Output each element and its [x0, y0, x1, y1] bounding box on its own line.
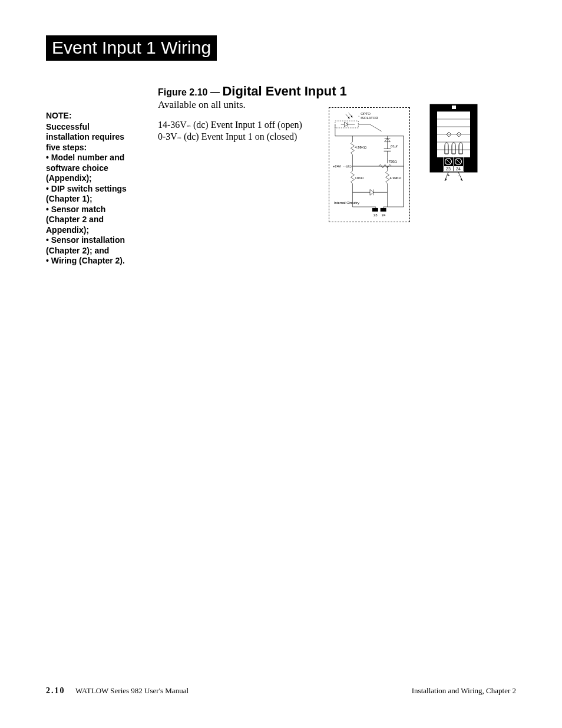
svg-text:+24V: +24V [333, 164, 341, 168]
note-intro: Successful installation requires five st… [46, 122, 134, 153]
svg-text:23: 23 [373, 213, 378, 217]
figure-title: Digital Event Input 1 [222, 84, 346, 98]
svg-marker-38 [370, 189, 373, 195]
svg-text:4.99KΩ: 4.99KΩ [389, 176, 401, 180]
svg-text:10KΩ: 10KΩ [355, 176, 364, 180]
note-item: • Wiring (Chapter 2). [46, 256, 134, 266]
svg-text:ISOLATOR: ISOLATOR [361, 116, 378, 120]
svg-text:4.99KΩ: 4.99KΩ [355, 146, 366, 149]
page-title: Event Input 1 Wiring [46, 35, 217, 61]
note-item: • Model number and software choice (Appe… [46, 153, 134, 184]
note-item: • Sensor match (Chapter 2 and Appendix); [46, 205, 134, 236]
svg-text:750Ω: 750Ω [389, 160, 398, 163]
voltage-specs: 14-36V⎓ (dc) Event Input 1 off (open) 0-… [158, 119, 302, 143]
availability-text: Available on all units. [158, 99, 246, 111]
svg-text:Internal Circuitry: Internal Circuitry [334, 201, 359, 205]
voltage-off: 14-36V⎓ (dc) Event Input 1 off (open) [158, 119, 302, 131]
svg-text:⎓: ⎓ [343, 165, 345, 168]
voltage-on: 0-3V⎓ (dc) Event Input 1 on (closed) [158, 131, 302, 143]
svg-text:24: 24 [456, 167, 461, 171]
svg-text:23: 23 [446, 167, 451, 171]
svg-rect-56 [452, 106, 456, 109]
svg-rect-47 [372, 208, 378, 212]
page-footer: 2.10 WATLOW Series 982 User's Manual Ins… [46, 686, 516, 696]
footer-left: 2.10 WATLOW Series 982 User's Manual [46, 686, 189, 696]
note-title: NOTE: [46, 111, 134, 121]
chapter-name: Installation and Wiring, Chapter 2 [412, 686, 516, 696]
terminal-block-diagram: 23 24 + - [427, 103, 480, 183]
svg-text:24: 24 [382, 213, 386, 217]
svg-marker-1 [345, 122, 348, 127]
svg-marker-8 [351, 115, 352, 117]
page-number: 2.10 [46, 686, 65, 695]
svg-marker-7 [348, 116, 350, 118]
manual-name: WATLOW Series 982 User's Manual [75, 686, 189, 695]
figure-heading: Figure 2.10 — Digital Event Input 1 [158, 84, 347, 99]
svg-marker-83 [461, 178, 462, 181]
svg-rect-0 [335, 121, 358, 128]
svg-rect-48 [381, 208, 386, 212]
note-block: NOTE: Successful installation requires f… [46, 111, 134, 266]
svg-text:(dc): (dc) [346, 164, 352, 168]
note-item: • DIP switch settings (Chapter 1); [46, 184, 134, 205]
svg-rect-65 [470, 111, 477, 157]
svg-text:.01μf: .01μf [389, 144, 398, 148]
svg-rect-64 [430, 111, 437, 157]
figure-number: Figure 2.10 — [158, 87, 222, 97]
svg-text:OPTO: OPTO [361, 112, 371, 116]
circuit-diagram: OPTO ISOLATOR 4.99KΩ .01μf +24V ⎓ (dc) 7… [329, 107, 410, 222]
svg-text:-: - [458, 173, 459, 178]
note-item: • Sensor installation (Chapter 2); and [46, 235, 134, 256]
